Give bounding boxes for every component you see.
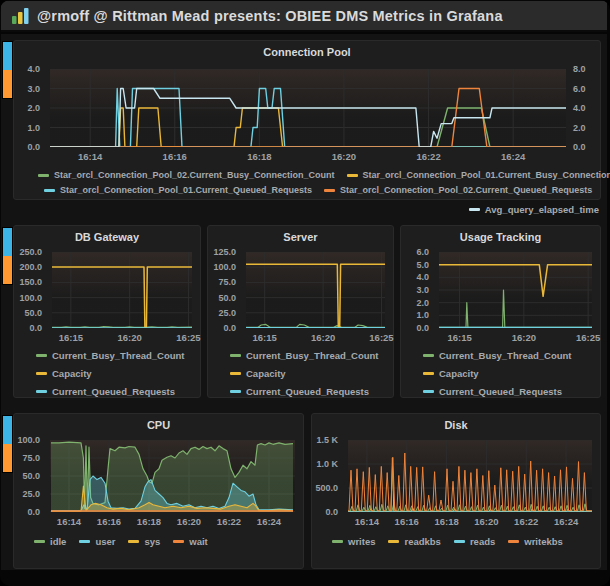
server-ytick-25.0: 25.0 <box>218 308 236 318</box>
usage_tracking-ytick-4.0: 4.0 <box>416 272 429 282</box>
legend-item-Star_orcl_Connection_Pool_02.Current_Busy_Connection_Count[interactable]: Star_orcl_Connection_Pool_02.Current_Bus… <box>38 170 335 180</box>
legend-item-Current_Queued_Requests[interactable]: Current_Queued_Requests <box>230 386 369 397</box>
usage-tracking-y-axis: 0.01.02.03.04.05.06.0 <box>401 252 434 328</box>
disk-xtick-16:14: 16:14 <box>355 516 379 527</box>
legend-item-user[interactable]: user <box>79 536 115 547</box>
connection_pool-xtick-16:18: 16:18 <box>247 151 271 162</box>
row-collapse-tab-2[interactable] <box>2 227 13 285</box>
legend-label: Star_orcl_Connection_Pool_02.Current_Que… <box>340 185 592 195</box>
usage-tracking-graph[interactable] <box>439 252 592 328</box>
db_gateway-xtick-16:15: 16:15 <box>59 332 83 343</box>
cpu-xtick-16:24: 16:24 <box>257 516 281 527</box>
row-collapse-tab-3[interactable] <box>2 415 13 473</box>
connection_pool-ytick-0.0: 0.0 <box>573 142 586 152</box>
legend-item-Current_Busy_Thread_Count[interactable]: Current_Busy_Thread_Count <box>36 350 185 361</box>
legend-swatch-writekbs <box>508 540 519 543</box>
legend-item-Avg_query_elapsed_time[interactable]: Avg_query_elapsed_time <box>469 204 599 215</box>
legend-item-Star_orcl_Connection_Pool_01.Current_Busy_Connection_Count[interactable]: Star_orcl_Connection_Pool_01.Current_Bus… <box>347 170 610 180</box>
db-gateway-graph[interactable] <box>52 252 192 328</box>
legend-swatch-reads <box>454 540 465 543</box>
row-tab-segment-1[interactable] <box>3 444 12 472</box>
cpu-xtick-16:20: 16:20 <box>177 516 201 527</box>
connection_pool-ytick-3.0: 3.0 <box>27 84 40 94</box>
panel-connection-pool: Connection Pool 0.01.02.03.04.0 0.02.04.… <box>13 40 601 200</box>
legend-item-sys[interactable]: sys <box>128 536 160 547</box>
legend-item-Capacity[interactable]: Capacity <box>423 368 479 379</box>
legend-item-Capacity[interactable]: Capacity <box>230 368 286 379</box>
row-tab-segment-0[interactable] <box>3 228 12 256</box>
cpu-graph[interactable] <box>50 440 295 512</box>
connection_pool-xtick-16:20: 16:20 <box>332 151 356 162</box>
legend-item-writekbs[interactable]: writekbs <box>508 536 563 547</box>
legend-label: wait <box>189 536 207 547</box>
legend-item-readkbs[interactable]: readkbs <box>388 536 440 547</box>
cpu-ytick-100.0: 100.0 <box>17 435 40 445</box>
usage_tracking-xtick-16:20: 16:20 <box>512 332 536 343</box>
disk-xtick-16:20: 16:20 <box>474 516 498 527</box>
legend-item-writes[interactable]: writes <box>332 536 375 547</box>
legend-item-idle[interactable]: idle <box>34 536 66 547</box>
cpu-plot-svg <box>50 440 295 512</box>
panel-title-connection-pool[interactable]: Connection Pool <box>14 46 600 58</box>
disk-ytick-1.0 K: 1.0 K <box>316 459 338 469</box>
connection-pool-legend-row-1: Star_orcl_Connection_Pool_02.Current_Bus… <box>38 170 610 180</box>
legend-item-Star_orcl_Connection_Pool_02.Current_Queued_Requests[interactable]: Star_orcl_Connection_Pool_02.Current_Que… <box>324 185 592 195</box>
connection-pool-graph[interactable] <box>50 69 566 147</box>
connection_pool-ytick-1.0: 1.0 <box>27 123 40 133</box>
legend-item-wait[interactable]: wait <box>173 536 207 547</box>
row-tab-segment-0[interactable] <box>3 42 12 70</box>
db-gateway-x-axis: 16:1516:2016:25 <box>52 332 192 344</box>
legend-item-Current_Busy_Thread_Count[interactable]: Current_Busy_Thread_Count <box>230 350 379 361</box>
legend-swatch-Current_Queued_Requests <box>423 390 434 393</box>
disk-ytick-1.5 K: 1.5 K <box>316 435 338 445</box>
db_gateway-ytick-200.0: 200.0 <box>19 262 42 272</box>
disk-y-axis: 0.0500.01.0 K1.5 K <box>312 440 343 512</box>
connection_pool-xtick-16:24: 16:24 <box>501 151 525 162</box>
panel-title-cpu[interactable]: CPU <box>14 419 303 431</box>
legend-item-reads[interactable]: reads <box>454 536 495 547</box>
usage-tracking-x-axis: 16:1516:2016:25 <box>439 332 592 344</box>
panel-title-db-gateway[interactable]: DB Gateway <box>14 231 200 243</box>
legend-swatch-sys <box>128 540 139 543</box>
legend-label: Current_Busy_Thread_Count <box>52 350 185 361</box>
server-ytick-75.0: 75.0 <box>218 277 236 287</box>
legend-swatch-wait <box>173 540 184 543</box>
legend-item-Star_orcl_Connection_Pool_01.Current_Queued_Requests[interactable]: Star_orcl_Connection_Pool_01.Current_Que… <box>44 185 312 195</box>
dashboard-header: @rmoff @ Rittman Mead presents: OBIEE DM… <box>1 1 607 32</box>
disk-xtick-16:24: 16:24 <box>554 516 578 527</box>
panel-title-server[interactable]: Server <box>208 231 393 243</box>
server-xtick-16:25: 16:25 <box>369 332 393 343</box>
row-tab-segment-1[interactable] <box>3 256 12 284</box>
row-collapse-tab-1[interactable] <box>2 41 13 99</box>
panel-cpu: CPU 0.025.050.075.0100.0 16:1416:1616:18… <box>13 413 304 569</box>
disk-ytick-0.0: 0.0 <box>325 507 338 517</box>
panel-title-usage-tracking[interactable]: Usage Tracking <box>401 231 600 243</box>
panel-title-disk[interactable]: Disk <box>312 419 600 431</box>
legend-label: Star_orcl_Connection_Pool_01.Current_Que… <box>60 185 312 195</box>
legend-label: Current_Busy_Thread_Count <box>246 350 379 361</box>
legend-swatch-Current_Busy_Thread_Count <box>36 354 47 357</box>
legend-label: Capacity <box>246 368 286 379</box>
connection_pool-xtick-16:14: 16:14 <box>78 151 102 162</box>
legend-item-Current_Queued_Requests[interactable]: Current_Queued_Requests <box>423 386 562 397</box>
legend-swatch-Avg_query_elapsed_time <box>469 208 480 211</box>
series-line-Capacity <box>246 264 385 328</box>
connection_pool-ytick-0.0: 0.0 <box>27 142 40 152</box>
legend-item-Capacity[interactable]: Capacity <box>36 368 92 379</box>
usage_tracking-ytick-5.0: 5.0 <box>416 260 429 270</box>
legend-item-Current_Queued_Requests[interactable]: Current_Queued_Requests <box>36 386 175 397</box>
legend-label: Current_Queued_Requests <box>439 386 562 397</box>
row-tab-segment-1[interactable] <box>3 70 12 98</box>
legend-label: idle <box>50 536 66 547</box>
app-window: @rmoff @ Rittman Mead presents: OBIEE DM… <box>0 0 610 586</box>
row-tab-segment-0[interactable] <box>3 416 12 444</box>
server-ytick-50.0: 50.0 <box>218 293 236 303</box>
legend-item-Current_Busy_Thread_Count[interactable]: Current_Busy_Thread_Count <box>423 350 572 361</box>
db-gateway-legend: Current_Busy_Thread_CountCapacityCurrent… <box>36 350 185 404</box>
usage_tracking-ytick-3.0: 3.0 <box>416 285 429 295</box>
cpu-xtick-16:14: 16:14 <box>57 516 81 527</box>
server-graph[interactable] <box>246 252 385 328</box>
connection_pool-ytick-2.0: 2.0 <box>27 103 40 113</box>
series-line-Current_Busy_Thread_Count <box>439 290 592 327</box>
disk-graph[interactable] <box>348 440 592 512</box>
